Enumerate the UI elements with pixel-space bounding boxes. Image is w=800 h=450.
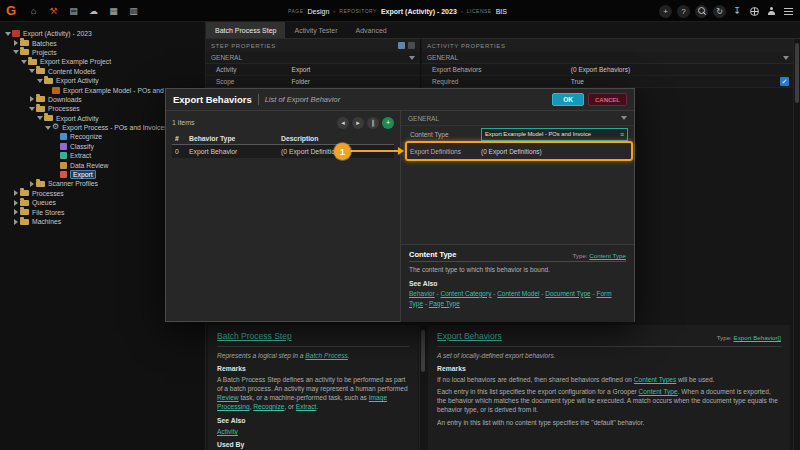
general-section-header[interactable]: GENERAL <box>422 52 794 64</box>
export-definitions-row[interactable]: Export Definitions (0 Export Definitions… <box>401 143 634 160</box>
home-icon[interactable]: ⌂ <box>28 6 39 16</box>
batch-process-link[interactable]: Batch Process <box>305 352 348 359</box>
batch-tools-icon[interactable]: ⚒ <box>48 6 59 16</box>
property-row-required[interactable]: Required True ✓ <box>422 76 794 88</box>
move-down-icon[interactable]: ▸ <box>352 117 364 129</box>
move-up-icon[interactable]: ◂ <box>337 117 349 129</box>
main-scrollbar[interactable] <box>793 39 799 450</box>
step-properties-header: STEP PROPERTIES <box>206 39 420 52</box>
export-behavior-type-link[interactable]: Export Behavior[] <box>734 334 781 341</box>
content-type-row[interactable]: Content Type Export Example Model - POs … <box>401 126 634 143</box>
tree-item-export-activity-models[interactable]: Export Activity <box>0 76 205 85</box>
download-icon[interactable]: ↧ <box>731 5 743 18</box>
tree-label: Data Review <box>70 162 109 169</box>
export-behaviors-dialog: Export Behaviors List of Export Behavior… <box>165 88 635 322</box>
content-type-link[interactable]: Content Type <box>639 388 678 395</box>
tree-item-export-example-project[interactable]: Export Example Project <box>0 57 205 66</box>
grooper-logo[interactable]: G <box>6 3 16 18</box>
column-behavior-type[interactable]: Behavior Type <box>186 133 278 145</box>
recognize-link[interactable]: Recognize <box>253 403 284 410</box>
review-link[interactable]: Review <box>217 394 239 401</box>
collapse-icon[interactable] <box>44 126 51 130</box>
classify-icon <box>60 143 67 150</box>
type-annotation: Type: Export Behavior[] <box>717 334 781 343</box>
add-icon[interactable]: + <box>659 5 672 18</box>
collapse-icon[interactable] <box>28 107 35 111</box>
extract-link[interactable]: Extract <box>296 403 317 410</box>
expand-icon[interactable] <box>12 209 19 215</box>
dropdown-menu-icon[interactable]: ≡ <box>620 131 624 138</box>
general-section-header[interactable]: GENERAL <box>206 52 420 64</box>
cloud-icon[interactable]: ☁ <box>88 6 99 16</box>
content-types-link[interactable]: Content Types <box>634 376 676 383</box>
property-row-export-behaviors[interactable]: Export Behaviors (0 Export Behaviors) <box>422 64 794 76</box>
topbar: G ⌂ ⚒ ▤ ☁ ▦ ▥ PAGE Design › REPOSITORY E… <box>0 0 800 22</box>
section-label: GENERAL <box>211 54 242 61</box>
tab-advanced[interactable]: Advanced <box>347 22 396 38</box>
document-type-link[interactable]: Document Type <box>545 290 590 297</box>
tab-batch-process-step[interactable]: Batch Process Step <box>206 22 285 38</box>
apps-icon[interactable]: ▦ <box>108 6 119 16</box>
cancel-button[interactable]: CANCEL <box>588 93 627 106</box>
export-behaviors-link[interactable]: Export Behaviors <box>437 331 502 343</box>
license-value[interactable]: BIS <box>496 8 507 15</box>
user-icon[interactable] <box>765 5 777 18</box>
column-number[interactable]: # <box>172 133 186 145</box>
section-label: GENERAL <box>427 54 458 61</box>
column-description[interactable]: Description <box>278 133 394 145</box>
help-panel-scrollbar[interactable] <box>419 325 425 450</box>
required-checkbox-icon[interactable]: ✓ <box>780 77 789 86</box>
scrollbar-thumb[interactable] <box>795 43 799 103</box>
tree-label: Processes <box>32 190 64 197</box>
behavior-link[interactable]: Behavior <box>409 290 435 297</box>
tab-activity-tester[interactable]: Activity Tester <box>285 22 346 38</box>
collapse-icon[interactable] <box>36 79 43 83</box>
tree-item-repository-root[interactable]: Export (Activity) - 2023 <box>0 29 205 38</box>
help-icon[interactable]: ? <box>677 5 690 18</box>
expand-icon[interactable] <box>12 40 19 46</box>
collapse-icon[interactable] <box>12 50 19 54</box>
batch-process-step-link[interactable]: Batch Process Step <box>217 331 292 343</box>
menu-icon[interactable] <box>782 5 794 18</box>
archive-icon[interactable]: ▤ <box>68 6 79 16</box>
expand-icon[interactable] <box>12 219 19 225</box>
expand-icon[interactable] <box>12 200 19 206</box>
folder-icon <box>20 190 29 196</box>
expand-icon[interactable] <box>28 96 35 102</box>
repository-value[interactable]: Export (Activity) - 2023 <box>381 8 457 15</box>
panel-actions <box>398 42 415 49</box>
collapse-icon[interactable] <box>20 60 27 64</box>
collapse-icon[interactable] <box>4 32 11 36</box>
scrollbar-thumb[interactable] <box>421 330 425 372</box>
expand-icon[interactable] <box>28 181 35 187</box>
help-body: The content type to which this behavior … <box>409 266 626 275</box>
stats-icon[interactable]: ▥ <box>128 6 139 16</box>
search-icon[interactable] <box>695 5 708 18</box>
text-segment: Type: <box>717 334 734 341</box>
collapse-icon[interactable] <box>36 116 43 120</box>
content-type-type-link[interactable]: Content Type <box>589 252 626 259</box>
page-value[interactable]: Design <box>308 8 330 15</box>
tree-item-content-models[interactable]: Content Models <box>0 67 205 76</box>
property-value: (0 Export Definitions) <box>481 148 542 155</box>
general-section-header[interactable]: GENERAL <box>401 111 634 126</box>
globe-icon[interactable] <box>748 5 760 18</box>
save-icon[interactable] <box>398 42 405 49</box>
expand-icon[interactable] <box>12 190 19 196</box>
ok-button[interactable]: OK <box>552 93 584 106</box>
add-item-icon[interactable]: + <box>382 117 394 129</box>
tree-item-batches[interactable]: Batches <box>0 38 205 47</box>
property-row-scope[interactable]: Scope Folder <box>206 76 420 88</box>
activity-link[interactable]: Activity <box>217 428 238 435</box>
pause-icon[interactable]: ∥ <box>367 117 379 129</box>
property-row-activity[interactable]: Activity Export <box>206 64 420 76</box>
tree-label: Machines <box>32 218 61 225</box>
collapse-icon[interactable] <box>28 69 35 73</box>
page-type-link[interactable]: Page Type <box>429 300 460 307</box>
revert-icon[interactable] <box>408 42 415 49</box>
refresh-icon[interactable]: ↻ <box>713 5 726 18</box>
content-category-link[interactable]: Content Category <box>440 290 491 297</box>
content-model-link[interactable]: Content Model <box>497 290 539 297</box>
content-type-dropdown[interactable]: Export Example Model - POs and Invoice ≡ <box>481 128 628 141</box>
tree-item-projects[interactable]: Projects <box>0 48 205 57</box>
